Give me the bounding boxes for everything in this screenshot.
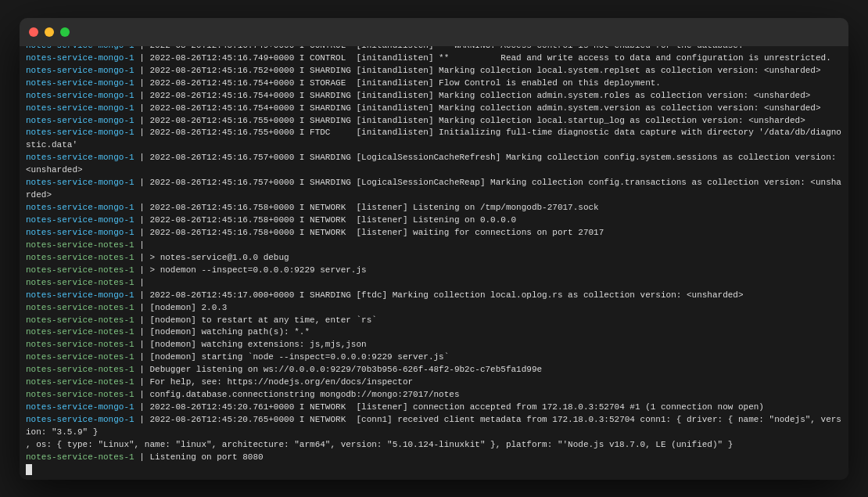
titlebar: [20, 18, 848, 46]
log-line: notes-service-mongo-1 | 2022-08-26T12:45…: [26, 177, 842, 202]
log-line: notes-service-mongo-1 | 2022-08-26T12:45…: [26, 152, 842, 177]
log-line: notes-service-mongo-1 | 2022-08-26T12:45…: [26, 65, 842, 77]
log-line: notes-service-mongo-1 | 2022-08-26T12:45…: [26, 414, 842, 439]
close-button[interactable]: [29, 27, 38, 37]
log-line: notes-service-mongo-1 | 2022-08-26T12:45…: [26, 202, 842, 214]
log-line: notes-service-mongo-1 | 2022-08-26T12:45…: [26, 115, 842, 128]
log-line: notes-service-notes-1 | For help, see: h…: [26, 376, 842, 389]
log-line: notes-service-notes-1 | config.database.…: [26, 389, 842, 402]
log-line: notes-service-mongo-1 | 2022-08-26T12:45…: [26, 290, 842, 302]
log-line: notes-service-mongo-1 | 2022-08-26T12:45…: [26, 402, 842, 414]
log-line: notes-service-mongo-1 | 2022-08-26T12:45…: [26, 52, 842, 65]
maximize-button[interactable]: [60, 27, 70, 37]
log-line: , os: { type: "Linux", name: "linux", ar…: [26, 439, 842, 452]
log-line: notes-service-mongo-1 | 2022-08-26T12:45…: [26, 127, 842, 152]
log-line: notes-service-notes-1 |: [26, 239, 842, 252]
log-line: notes-service-mongo-1 | 2022-08-26T12:45…: [26, 227, 842, 239]
traffic-lights: [29, 27, 70, 37]
terminal-window: ugh 2notes-service-mongo-1 | 2022-08-26T…: [20, 18, 848, 480]
log-line: notes-service-notes-1 | > nodemon --insp…: [26, 265, 842, 277]
log-line: notes-service-notes-1 | [nodemon] watchi…: [26, 326, 842, 339]
log-line: notes-service-mongo-1 | 2022-08-26T12:45…: [26, 90, 842, 103]
log-line: notes-service-notes-1 | Debugger listeni…: [26, 364, 842, 376]
log-line: notes-service-notes-1 | [nodemon] starti…: [26, 351, 842, 364]
log-line: notes-service-mongo-1 | 2022-08-26T12:45…: [26, 46, 842, 52]
log-line: notes-service-notes-1 | Listening on por…: [26, 452, 842, 464]
minimize-button[interactable]: [45, 27, 54, 37]
log-line: [26, 464, 842, 477]
log-line: notes-service-notes-1 | [nodemon] 2.0.3: [26, 302, 842, 315]
terminal-output[interactable]: ugh 2notes-service-mongo-1 | 2022-08-26T…: [20, 46, 848, 480]
log-line: notes-service-notes-1 |: [26, 277, 842, 290]
log-line: notes-service-notes-1 | > notes-service@…: [26, 252, 842, 265]
log-line: notes-service-mongo-1 | 2022-08-26T12:45…: [26, 77, 842, 90]
log-line: notes-service-mongo-1 | 2022-08-26T12:45…: [26, 103, 842, 115]
log-line: notes-service-mongo-1 | 2022-08-26T12:45…: [26, 214, 842, 227]
log-line: notes-service-notes-1 | [nodemon] to res…: [26, 315, 842, 327]
log-line: notes-service-notes-1 | [nodemon] watchi…: [26, 339, 842, 351]
